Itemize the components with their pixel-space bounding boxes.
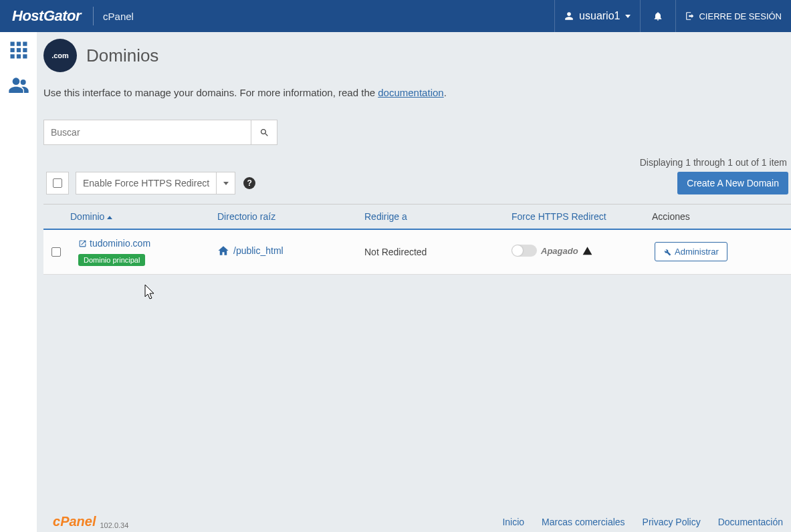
select-all-checkbox[interactable] <box>46 172 69 194</box>
svg-rect-2 <box>23 42 27 46</box>
footer-docs-link[interactable]: Documentación <box>718 517 783 527</box>
svg-rect-8 <box>23 54 27 58</box>
main-content: .com Dominios Use this interface to mana… <box>37 32 791 532</box>
search-input[interactable] <box>43 120 251 145</box>
pagination-info: Displaying 1 through 1 out of 1 item <box>640 157 791 168</box>
https-toggle[interactable]: Apagado <box>512 245 592 257</box>
column-https[interactable]: Force HTTPS Redirect <box>512 211 652 222</box>
logout-button[interactable]: CIERRE DE SESIÓN <box>675 0 791 32</box>
enable-https-dropdown[interactable] <box>217 172 235 194</box>
row-checkbox[interactable] <box>51 247 61 257</box>
username: usuario1 <box>579 10 620 22</box>
svg-rect-3 <box>10 48 14 52</box>
hostgator-logo: HostGator <box>0 7 93 25</box>
toggle-state-label: Apagado <box>541 246 578 256</box>
sidebar-users-button[interactable] <box>7 74 30 96</box>
footer-privacy-link[interactable]: Privacy Policy <box>643 517 701 527</box>
grid-icon <box>9 40 29 60</box>
column-redirect[interactable]: Redirige a <box>364 211 512 222</box>
sort-asc-icon <box>107 216 112 219</box>
footer: cPanel 102.0.34 Inicio Marcas comerciale… <box>43 507 791 532</box>
svg-rect-7 <box>16 54 20 58</box>
domains-table: Dominio Directorio raíz Redirige a Force… <box>43 204 791 275</box>
help-icon[interactable]: ? <box>243 177 255 189</box>
svg-point-9 <box>12 78 19 85</box>
top-header: HostGator cPanel usuario1 CIERRE DE SESI… <box>0 0 791 32</box>
svg-rect-6 <box>10 54 14 58</box>
page-title: Dominios <box>86 45 158 66</box>
search-icon <box>259 128 269 138</box>
create-domain-button[interactable]: Create A New Domain <box>677 172 788 194</box>
svg-point-10 <box>20 80 25 85</box>
footer-home-link[interactable]: Inicio <box>502 517 524 527</box>
svg-rect-1 <box>16 42 20 46</box>
cpanel-logo: cPanel <box>53 514 96 529</box>
column-actions: Acciones <box>652 211 791 222</box>
primary-domain-badge: Dominio principal <box>78 254 145 266</box>
home-icon <box>217 245 229 257</box>
logout-icon <box>685 11 695 21</box>
warning-icon <box>582 246 592 256</box>
svg-rect-5 <box>23 48 27 52</box>
page-icon: .com <box>43 39 77 72</box>
table-row: tudominio.com Dominio principal /public_… <box>43 230 791 275</box>
redirect-status: Not Redirected <box>364 247 512 257</box>
manage-button[interactable]: Administrar <box>655 242 727 261</box>
external-link-icon <box>78 239 87 248</box>
version-label: 102.0.34 <box>100 521 128 529</box>
svg-rect-4 <box>16 48 20 52</box>
table-header: Dominio Directorio raíz Redirige a Force… <box>43 205 791 230</box>
footer-trademarks-link[interactable]: Marcas comerciales <box>542 517 625 527</box>
column-root[interactable]: Directorio raíz <box>217 211 364 222</box>
sidebar <box>0 32 37 532</box>
wrench-icon <box>663 248 671 256</box>
page-description: Use this interface to manage your domain… <box>43 87 791 98</box>
domain-link[interactable]: tudominio.com <box>70 238 150 249</box>
users-icon <box>8 74 29 96</box>
column-domain[interactable]: Dominio <box>70 211 217 222</box>
logout-label: CIERRE DE SESIÓN <box>699 11 782 21</box>
enable-https-button[interactable]: Enable Force HTTPS Redirect <box>76 172 217 194</box>
chevron-down-icon <box>625 15 631 18</box>
search-button[interactable] <box>251 120 277 145</box>
svg-rect-0 <box>10 42 14 46</box>
notifications-button[interactable] <box>640 0 675 32</box>
root-directory-link[interactable]: /public_html <box>217 245 284 257</box>
sidebar-apps-button[interactable] <box>7 39 30 61</box>
bell-icon <box>653 11 663 21</box>
cpanel-label: cPanel <box>94 11 143 22</box>
user-menu[interactable]: usuario1 <box>554 0 640 32</box>
checkbox-icon <box>53 178 62 188</box>
documentation-link[interactable]: documentation <box>378 87 443 98</box>
user-icon <box>564 11 574 21</box>
chevron-down-icon <box>223 182 229 185</box>
